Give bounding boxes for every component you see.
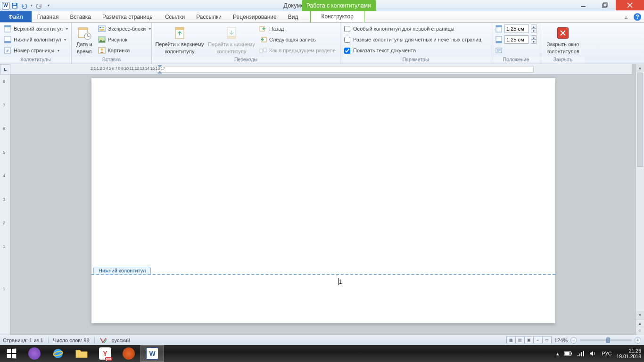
spin-up[interactable]: ▲ <box>531 25 537 29</box>
picture-button[interactable]: Рисунок <box>96 34 153 45</box>
quick-parts-button[interactable]: Экспресс-блоки▾ <box>96 24 153 34</box>
next-section-button[interactable]: Следующая запись <box>257 34 338 45</box>
spin-down[interactable]: ▼ <box>531 29 537 33</box>
group-insert: Дата ивремя Экспресс-блоки▾ Рисунок Карт… <box>72 23 152 64</box>
status-page[interactable]: Страница: 1 из 1 <box>3 337 43 343</box>
quick-parts-icon <box>98 25 106 33</box>
vertical-ruler[interactable]: 876543211 <box>0 74 10 341</box>
footer-page-number[interactable]: 1 <box>339 279 342 285</box>
undo-icon[interactable] <box>20 1 28 10</box>
scroll-thumb[interactable] <box>637 73 643 167</box>
windows-taskbar: Ypro W ▴ РУС 21:26 19.01.2018 <box>0 345 644 362</box>
redo-icon[interactable] <box>35 1 43 10</box>
clipart-icon <box>98 47 106 54</box>
help-icon[interactable]: ? <box>634 13 641 21</box>
tray-volume-icon[interactable] <box>589 350 597 357</box>
svg-rect-56 <box>581 352 582 356</box>
minimize-ribbon-icon[interactable]: ▵ <box>622 13 630 21</box>
print-layout-view[interactable]: ▦ <box>506 337 516 344</box>
window-controls <box>572 0 644 10</box>
svg-rect-36 <box>496 25 502 27</box>
different-odd-even-checkbox[interactable]: Разные колонтитулы для четных и нечетных… <box>342 34 483 45</box>
document-page[interactable]: Нижний колонтитул 1 <box>91 78 555 323</box>
footer-from-bottom-input[interactable] <box>504 35 529 44</box>
close-button[interactable] <box>616 0 644 10</box>
previous-section-button[interactable]: Назад <box>257 24 338 34</box>
header-from-top-spinner[interactable]: ▲▼ <box>493 24 538 34</box>
outline-view[interactable]: ≡ <box>533 337 543 344</box>
word-app-icon[interactable]: W <box>2 2 9 9</box>
goto-header-button[interactable]: Перейти к верхнемуколонтитулу <box>154 24 206 54</box>
full-screen-view[interactable]: ▤ <box>515 337 525 344</box>
svg-rect-55 <box>579 354 580 356</box>
zoom-level[interactable]: 124% <box>554 337 568 343</box>
tray-language[interactable]: РУС <box>602 351 611 356</box>
web-layout-view[interactable]: ▣ <box>524 337 534 344</box>
scroll-down-arrow[interactable]: ▼ <box>636 311 644 319</box>
browse-object-button[interactable]: ○ <box>636 327 644 334</box>
spin-down[interactable]: ▼ <box>531 40 537 44</box>
taskbar-cortana[interactable] <box>23 345 46 362</box>
tab-view[interactable]: Вид <box>282 11 304 22</box>
zoom-slider-thumb[interactable] <box>606 337 610 343</box>
proofing-icon[interactable] <box>99 337 107 344</box>
tab-mailings[interactable]: Рассылки <box>190 11 227 22</box>
taskbar-ie[interactable] <box>46 345 70 362</box>
group-position: ▲▼ ▲▼ Положение <box>491 23 541 64</box>
taskbar-explorer[interactable] <box>70 345 93 362</box>
tray-clock[interactable]: 21:26 19.01.2018 <box>616 348 641 359</box>
undo-dropdown-icon[interactable]: ▾ <box>29 1 34 10</box>
header-from-top-input[interactable] <box>504 25 529 33</box>
taskbar-wot[interactable] <box>117 345 140 362</box>
draft-view[interactable]: ▭ <box>542 337 552 344</box>
indent-marker[interactable] <box>157 65 162 74</box>
tab-selector[interactable]: L <box>0 64 10 74</box>
tab-home[interactable]: Главная <box>32 11 65 22</box>
footer-from-bottom-spinner[interactable]: ▲▼ <box>493 34 538 45</box>
status-language[interactable]: русский <box>112 337 130 343</box>
horizontal-ruler[interactable]: 2 1 1 2 3 4 5 6 7 8 9 10 11 12 13 14 15 … <box>10 64 632 74</box>
start-button[interactable] <box>0 345 23 362</box>
group-header-footer: Верхний колонтитул▾ Нижний колонтитул▾ #… <box>0 23 72 64</box>
tab-page-layout[interactable]: Разметка страницы <box>97 11 159 22</box>
tab-insert[interactable]: Вставка <box>64 11 97 22</box>
header-button[interactable]: Верхний колонтитул▾ <box>2 24 70 34</box>
zoom-slider[interactable] <box>580 339 632 341</box>
zoom-out-button[interactable]: − <box>570 337 577 344</box>
scroll-up-arrow[interactable]: ▲ <box>636 64 644 72</box>
tray-battery-icon[interactable] <box>564 351 572 356</box>
svg-rect-22 <box>99 29 104 31</box>
tray-chevron-icon[interactable]: ▴ <box>556 351 559 356</box>
previous-page-button[interactable]: ▴ <box>636 320 644 327</box>
close-header-footer-button[interactable]: Закрыть окноколонтитулов <box>544 24 582 54</box>
page-number-button[interactable]: #Номер страницы▾ <box>2 45 70 56</box>
vertical-scrollbar[interactable]: ▲ ▼ ▴ ○ ▾ <box>636 64 644 341</box>
date-time-button[interactable]: Дата ивремя <box>74 24 95 54</box>
qat-customize-icon[interactable]: ▾ <box>44 1 53 10</box>
different-first-page-checkbox[interactable]: Особый колонтитул для первой страницы <box>342 24 483 34</box>
zoom-in-button[interactable]: + <box>635 337 641 344</box>
spin-up[interactable]: ▲ <box>531 35 537 40</box>
status-word-count[interactable]: Число слов: 98 <box>53 337 90 343</box>
status-bar: Страница: 1 из 1 Число слов: 98 русский … <box>0 335 644 345</box>
tab-header-footer-design[interactable]: Конструктор <box>310 11 364 22</box>
tray-network-icon[interactable] <box>577 350 585 357</box>
svg-point-49 <box>53 349 63 358</box>
minimize-button[interactable] <box>572 0 594 10</box>
clipart-button[interactable]: Картинка <box>96 45 153 56</box>
file-tab[interactable]: Файл <box>0 11 32 22</box>
tab-references[interactable]: Ссылки <box>159 11 190 22</box>
goto-footer-icon <box>224 25 239 41</box>
document-area: L 2 1 1 2 3 4 5 6 7 8 9 10 11 12 13 14 1… <box>0 64 644 341</box>
footer-position-icon <box>495 36 503 43</box>
v-ruler-numbers: 876543211 <box>3 79 5 291</box>
svg-rect-38 <box>496 41 502 43</box>
tab-review[interactable]: Рецензирование <box>227 11 282 22</box>
footer-button[interactable]: Нижний колонтитул▾ <box>2 34 70 45</box>
taskbar-yandex[interactable]: Ypro <box>93 345 117 362</box>
insert-alignment-tab-button[interactable] <box>493 45 538 56</box>
restore-button[interactable] <box>594 0 616 10</box>
save-icon[interactable] <box>10 1 19 10</box>
taskbar-word[interactable]: W <box>140 345 164 362</box>
show-document-text-checkbox[interactable]: Показать текст документа <box>342 45 483 56</box>
